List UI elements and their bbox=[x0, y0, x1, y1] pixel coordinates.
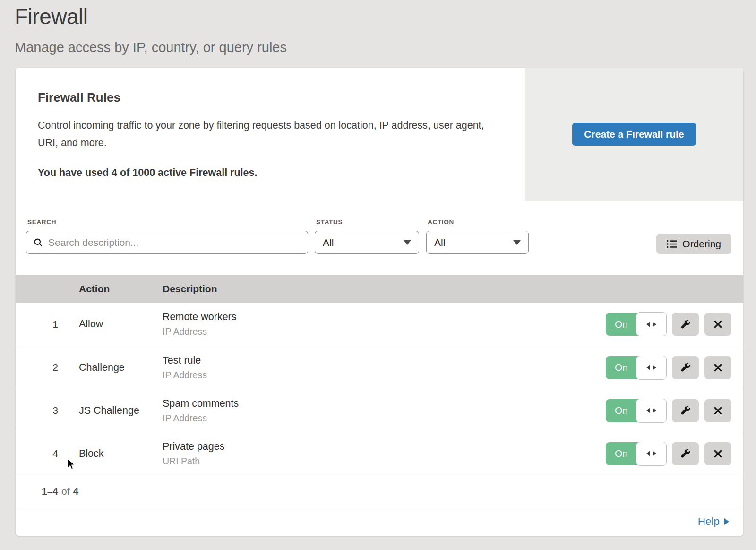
rule-controls: On bbox=[590, 399, 731, 422]
help-link-label: Help bbox=[698, 515, 720, 528]
usage-note: You have used 4 of 1000 active Firewall … bbox=[38, 167, 497, 179]
rule-priority: 4 bbox=[26, 448, 58, 459]
filter-bar: SEARCH STATUS All ACTION All bbox=[16, 201, 743, 275]
toggle-state-label: On bbox=[606, 399, 637, 422]
rule-description-cell: Spam comments IP Address bbox=[163, 398, 590, 424]
wrench-icon bbox=[680, 319, 691, 330]
action-column-header: Action bbox=[58, 283, 163, 295]
chevron-down-icon bbox=[513, 240, 521, 245]
action-label: ACTION bbox=[428, 218, 529, 226]
table-row: 4 Block Private pages URI Path On bbox=[16, 432, 743, 475]
rule-priority: 2 bbox=[26, 362, 58, 373]
rule-description: Test rule bbox=[163, 355, 590, 367]
rule-action: JS Challenge bbox=[58, 405, 163, 417]
search-group: SEARCH bbox=[26, 218, 308, 254]
status-selected-value: All bbox=[323, 237, 334, 248]
rule-controls: On bbox=[590, 356, 731, 379]
toggle-state-label: On bbox=[606, 313, 637, 336]
toggle-handle-arrows-icon bbox=[636, 356, 667, 380]
status-label: STATUS bbox=[316, 218, 419, 226]
edit-rule-button[interactable] bbox=[672, 399, 699, 422]
rule-description-cell: Private pages URI Path bbox=[163, 441, 590, 467]
toggle-handle-arrows-icon bbox=[636, 312, 667, 336]
rule-priority: 1 bbox=[26, 319, 58, 330]
chevron-down-icon bbox=[404, 240, 411, 245]
page-subtitle: Manage access by IP, country, or query r… bbox=[15, 40, 756, 55]
card-heading: Firewall Rules bbox=[38, 90, 497, 105]
rule-enabled-toggle[interactable]: On bbox=[606, 356, 666, 379]
rule-enabled-toggle[interactable]: On bbox=[606, 399, 666, 422]
rule-enabled-toggle[interactable]: On bbox=[606, 442, 666, 465]
pagination-total: 4 bbox=[73, 486, 79, 497]
page-title: Firewall bbox=[15, 4, 756, 29]
rule-description: Remote workers bbox=[163, 311, 590, 323]
rule-action: Challenge bbox=[58, 362, 163, 374]
help-row: Help bbox=[16, 507, 743, 536]
ordering-button-label: Ordering bbox=[682, 238, 721, 250]
delete-rule-button[interactable] bbox=[704, 442, 731, 465]
pagination-footer: 1–4 of 4 bbox=[16, 475, 743, 507]
action-selected-value: All bbox=[434, 237, 445, 248]
table-row: 3 JS Challenge Spam comments IP Address … bbox=[16, 389, 743, 432]
wrench-icon bbox=[680, 448, 691, 459]
rule-controls: On bbox=[590, 313, 731, 336]
action-group: ACTION All bbox=[426, 218, 529, 254]
rule-description-cell: Test rule IP Address bbox=[163, 355, 590, 381]
status-group: STATUS All bbox=[315, 218, 419, 254]
page-header: Firewall Manage access by IP, country, o… bbox=[0, 0, 756, 55]
toggle-state-label: On bbox=[606, 442, 637, 465]
rule-action: Block bbox=[58, 448, 163, 460]
search-input-container bbox=[26, 231, 308, 254]
edit-rule-button[interactable] bbox=[672, 356, 699, 379]
table-row: 1 Allow Remote workers IP Address On bbox=[16, 303, 743, 346]
action-select[interactable]: All bbox=[426, 231, 529, 254]
search-input[interactable] bbox=[48, 237, 301, 248]
search-icon bbox=[34, 238, 43, 247]
wrench-icon bbox=[680, 362, 691, 373]
ordering-button[interactable]: Ordering bbox=[656, 234, 731, 254]
close-icon bbox=[713, 406, 723, 416]
info-section: Firewall Rules Control incoming traffic … bbox=[16, 68, 743, 201]
pagination-of: of bbox=[61, 486, 70, 497]
table-row: 2 Challenge Test rule IP Address On bbox=[16, 346, 743, 389]
delete-rule-button[interactable] bbox=[704, 399, 731, 422]
table-header: Action Description bbox=[16, 275, 743, 303]
rule-priority: 3 bbox=[26, 405, 58, 416]
close-icon bbox=[713, 363, 723, 373]
status-select[interactable]: All bbox=[315, 231, 419, 254]
toggle-handle-arrows-icon bbox=[636, 442, 667, 466]
toggle-state-label: On bbox=[606, 356, 637, 379]
delete-rule-button[interactable] bbox=[704, 313, 731, 336]
rule-description: Spam comments bbox=[163, 398, 590, 410]
rule-controls: On bbox=[590, 442, 731, 465]
help-link[interactable]: Help bbox=[698, 515, 729, 528]
delete-rule-button[interactable] bbox=[704, 356, 731, 379]
pagination-range: 1–4 bbox=[42, 486, 58, 497]
help-arrow-icon bbox=[724, 518, 729, 525]
toggle-handle-arrows-icon bbox=[636, 399, 667, 423]
close-icon bbox=[713, 449, 723, 459]
description-column-header: Description bbox=[163, 283, 590, 295]
ordered-list-icon bbox=[667, 239, 677, 249]
edit-rule-button[interactable] bbox=[672, 313, 699, 336]
info-text: Firewall Rules Control incoming traffic … bbox=[16, 68, 525, 201]
rule-description: Private pages bbox=[163, 441, 590, 453]
cta-panel: Create a Firewall rule bbox=[525, 68, 743, 201]
rule-match-type: URI Path bbox=[163, 456, 590, 467]
rule-action: Allow bbox=[58, 318, 163, 330]
rule-description-cell: Remote workers IP Address bbox=[163, 311, 590, 337]
wrench-icon bbox=[680, 405, 691, 416]
rules-table: Action Description 1 Allow Remote worker… bbox=[16, 275, 743, 475]
close-icon bbox=[713, 319, 723, 329]
rule-enabled-toggle[interactable]: On bbox=[606, 313, 666, 336]
rule-match-type: IP Address bbox=[163, 413, 590, 424]
search-label: SEARCH bbox=[27, 218, 308, 226]
edit-rule-button[interactable] bbox=[672, 442, 699, 465]
rule-match-type: IP Address bbox=[163, 326, 590, 337]
card-description: Control incoming traffic to your zone by… bbox=[38, 117, 487, 152]
rule-match-type: IP Address bbox=[163, 370, 590, 381]
firewall-page: Firewall Manage access by IP, country, o… bbox=[0, 0, 756, 550]
create-firewall-rule-button[interactable]: Create a Firewall rule bbox=[572, 123, 696, 146]
firewall-rules-card: Firewall Rules Control incoming traffic … bbox=[16, 68, 743, 536]
